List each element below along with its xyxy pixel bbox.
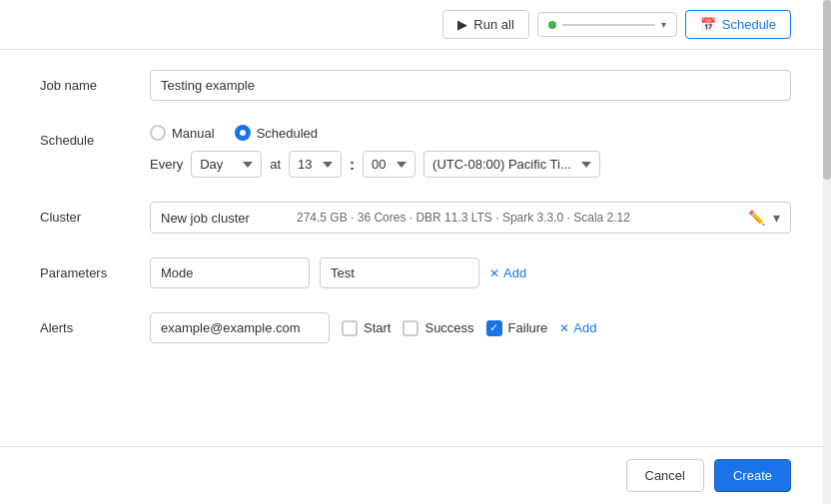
add-alert-label: Add <box>573 320 596 335</box>
alerts-input-row: Start Success Failure ✕ Add <box>150 312 791 343</box>
every-label: Every <box>150 157 183 172</box>
schedule-label: Schedule <box>722 17 776 32</box>
success-checkbox[interactable] <box>403 320 418 336</box>
timezone-select[interactable]: (UTC-08:00) Pacific Ti... (UTC+00:00) UT… <box>423 151 600 178</box>
job-name-label: Job name <box>40 70 150 93</box>
radio-manual-label: Manual <box>172 126 215 141</box>
param-key-input[interactable] <box>150 257 310 288</box>
radio-group: Manual Scheduled <box>150 125 791 141</box>
radio-manual[interactable]: Manual <box>150 125 215 141</box>
schedule-row: Schedule Manual Scheduled Every Day Hour <box>40 125 791 178</box>
radio-scheduled-label: Scheduled <box>257 126 318 141</box>
email-input[interactable] <box>150 312 330 343</box>
status-line <box>562 24 655 26</box>
schedule-label: Schedule <box>40 125 150 148</box>
scrollbar-track <box>823 0 831 504</box>
alerts-controls: Start Success Failure ✕ Add <box>150 312 791 343</box>
radio-manual-circle <box>150 125 166 141</box>
parameters-controls: ✕ Add <box>150 257 791 288</box>
run-all-label: Run all <box>473 17 513 32</box>
create-button[interactable]: Create <box>714 459 791 492</box>
radio-scheduled[interactable]: Scheduled <box>235 125 318 141</box>
schedule-controls: Manual Scheduled Every Day Hour Week at … <box>150 125 791 178</box>
cancel-button[interactable]: Cancel <box>626 459 704 492</box>
frequency-select[interactable]: Day Hour Week <box>191 151 262 178</box>
calendar-icon: 📅 <box>700 17 716 32</box>
footer: Cancel Create <box>0 446 831 504</box>
hour-select[interactable]: 13 00010203 04050607 08091011 12141516 1… <box>289 151 342 178</box>
cluster-label: Cluster <box>40 202 150 225</box>
alerts-row: Alerts Start Success Failure ✕ <box>40 312 791 343</box>
add-alert-button[interactable]: ✕ Add <box>559 320 596 335</box>
job-name-row: Job name <box>40 70 791 101</box>
add-param-icon: ✕ <box>489 266 499 280</box>
status-dropdown[interactable]: ▾ <box>537 12 677 37</box>
start-label: Start <box>364 320 391 335</box>
colon-separator: : <box>350 156 355 173</box>
alerts-label: Alerts <box>40 312 150 335</box>
cancel-label: Cancel <box>645 468 685 483</box>
cluster-controls: New job cluster 274.5 GB · 36 Cores · DB… <box>150 202 791 234</box>
add-param-label: Add <box>503 265 526 280</box>
at-label: at <box>270 157 281 172</box>
success-label: Success <box>424 320 473 335</box>
expand-icon[interactable]: ▾ <box>773 210 780 226</box>
parameters-row: Parameters ✕ Add <box>40 257 791 288</box>
scrollbar-thumb[interactable] <box>823 0 831 180</box>
cluster-actions: ✏️ ▾ <box>748 210 780 226</box>
chevron-down-icon: ▾ <box>661 19 666 30</box>
parameters-label: Parameters <box>40 257 150 280</box>
params-input-row: ✕ Add <box>150 257 791 288</box>
param-value-input[interactable] <box>320 257 479 288</box>
minute-select[interactable]: 00 15 30 45 <box>363 151 416 178</box>
failure-checkbox[interactable] <box>486 320 502 336</box>
main-content: Job name Schedule Manual Scheduled Every <box>0 50 831 444</box>
edit-icon[interactable]: ✏️ <box>748 210 765 226</box>
add-alert-icon: ✕ <box>559 321 569 335</box>
run-all-button[interactable]: ▶ Run all <box>442 10 528 39</box>
top-bar: ▶ Run all ▾ 📅 Schedule <box>0 0 831 50</box>
create-label: Create <box>733 468 772 483</box>
schedule-button[interactable]: 📅 Schedule <box>685 10 791 39</box>
start-checkbox[interactable] <box>342 320 358 336</box>
cluster-name: New job cluster <box>161 211 281 226</box>
failure-label: Failure <box>508 320 548 335</box>
start-checkbox-option[interactable]: Start <box>342 320 391 336</box>
cluster-specs: 274.5 GB · 36 Cores · DBR 11.3 LTS · Spa… <box>297 211 732 225</box>
cluster-row: Cluster New job cluster 274.5 GB · 36 Co… <box>40 202 791 234</box>
add-param-button[interactable]: ✕ Add <box>489 265 526 280</box>
success-checkbox-option[interactable]: Success <box>403 320 473 336</box>
status-dot-icon <box>548 21 556 29</box>
radio-scheduled-circle <box>235 125 251 141</box>
schedule-time-row: Every Day Hour Week at 13 00010203 04050… <box>150 151 791 178</box>
job-name-controls <box>150 70 791 101</box>
job-name-input[interactable] <box>150 70 791 101</box>
cluster-box: New job cluster 274.5 GB · 36 Cores · DB… <box>150 202 791 234</box>
play-icon: ▶ <box>457 17 467 32</box>
failure-checkbox-option[interactable]: Failure <box>486 320 548 336</box>
